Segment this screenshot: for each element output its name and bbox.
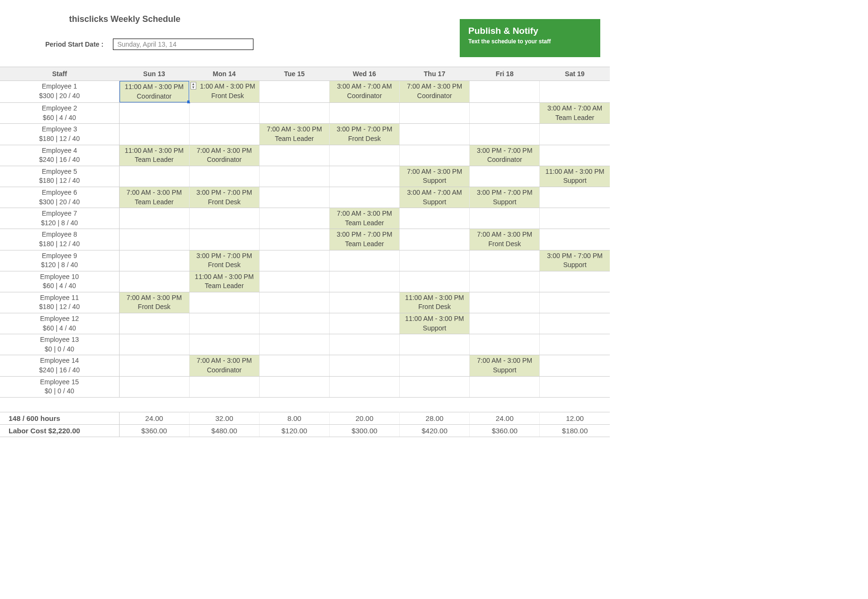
schedule-cell[interactable]: 3:00 PM - 7:00 PMTeam Leader [329,229,399,250]
schedule-cell[interactable]: ▲▼1:00 AM - 3:00 PMFront Desk [189,81,259,103]
schedule-cell[interactable] [119,166,189,187]
schedule-cell[interactable] [470,81,540,103]
publish-notify-button[interactable]: Publish & Notify Text the schedule to yo… [460,19,600,57]
schedule-cell[interactable] [259,103,329,124]
schedule-cell[interactable]: 11:00 AM - 3:00 PMTeam Leader [189,271,259,292]
schedule-cell[interactable] [119,229,189,250]
shift-block[interactable]: 7:00 AM - 3:00 PMTeam Leader [260,124,329,144]
shift-block[interactable]: 3:00 PM - 7:00 PMFront Desk [190,250,259,271]
shift-block[interactable]: 7:00 AM - 3:00 PMSupport [400,166,469,187]
schedule-cell[interactable] [189,313,259,334]
schedule-cell[interactable] [259,208,329,229]
schedule-cell[interactable] [540,124,610,145]
schedule-cell[interactable] [540,271,610,292]
schedule-cell[interactable]: 3:00 AM - 7:00 AMTeam Leader [540,103,610,124]
schedule-cell[interactable] [329,187,399,208]
schedule-cell[interactable] [540,187,610,208]
schedule-cell[interactable] [400,271,470,292]
schedule-cell[interactable]: 11:00 AM - 3:00 PMSupport [400,313,470,334]
schedule-cell[interactable] [470,166,540,187]
shift-block[interactable]: 3:00 PM - 7:00 PMFront Desk [330,124,399,144]
schedule-cell[interactable]: 3:00 PM - 7:00 PMFront Desk [189,187,259,208]
schedule-cell[interactable] [259,187,329,208]
schedule-cell[interactable] [400,124,470,145]
schedule-cell[interactable] [329,145,399,166]
schedule-cell[interactable] [119,103,189,124]
shift-block[interactable]: 11:00 AM - 3:00 PMFront Desk [400,292,469,313]
schedule-cell[interactable] [119,124,189,145]
period-start-input[interactable] [113,39,253,50]
schedule-cell[interactable] [329,313,399,334]
shift-block[interactable]: 1:00 AM - 3:00 PMFront Desk [190,81,259,102]
shift-block[interactable]: 7:00 AM - 3:00 PMFront Desk [120,292,189,313]
schedule-cell[interactable] [259,376,329,397]
shift-block[interactable]: 7:00 AM - 3:00 PMCoordinator [190,355,259,376]
shift-block[interactable]: 7:00 AM - 3:00 PMTeam Leader [120,187,189,208]
schedule-cell[interactable] [329,250,399,271]
schedule-cell[interactable] [189,334,259,355]
schedule-cell[interactable]: 11:00 AM - 3:00 PMTeam Leader [119,145,189,166]
shift-block[interactable]: 3:00 PM - 7:00 PMSupport [540,250,610,271]
schedule-cell[interactable] [540,334,610,355]
schedule-cell[interactable] [329,334,399,355]
schedule-cell[interactable]: 3:00 AM - 7:00 AMSupport [400,187,470,208]
schedule-cell[interactable] [329,271,399,292]
schedule-cell[interactable] [189,229,259,250]
schedule-cell[interactable] [189,208,259,229]
schedule-cell[interactable] [329,355,399,376]
schedule-cell[interactable] [189,376,259,397]
schedule-cell[interactable] [119,334,189,355]
schedule-cell[interactable]: 11:00 AM - 3:00 PMSupport [540,166,610,187]
schedule-cell[interactable] [400,208,470,229]
schedule-cell[interactable] [119,250,189,271]
schedule-cell[interactable] [540,313,610,334]
schedule-cell[interactable] [470,376,540,397]
schedule-cell[interactable]: 3:00 PM - 7:00 PMFront Desk [329,124,399,145]
shift-block[interactable]: 11:00 AM - 3:00 PMTeam Leader [120,145,189,166]
schedule-cell[interactable] [400,355,470,376]
schedule-cell[interactable] [540,208,610,229]
schedule-cell[interactable] [400,145,470,166]
shift-block[interactable]: 3:00 PM - 7:00 PMCoordinator [470,145,539,166]
schedule-cell[interactable] [400,229,470,250]
schedule-cell[interactable] [540,376,610,397]
schedule-cell[interactable] [189,124,259,145]
schedule-cell[interactable] [400,250,470,271]
schedule-cell[interactable]: 7:00 AM - 3:00 PMTeam Leader [259,124,329,145]
schedule-cell[interactable] [470,124,540,145]
schedule-cell[interactable]: 7:00 AM - 3:00 PMTeam Leader [119,187,189,208]
schedule-cell[interactable] [470,271,540,292]
schedule-cell[interactable] [189,103,259,124]
schedule-cell[interactable] [540,292,610,313]
schedule-cell[interactable] [540,145,610,166]
shift-block[interactable]: 11:00 AM - 3:00 PMCoordinator [120,81,189,102]
schedule-cell[interactable] [400,334,470,355]
schedule-cell[interactable] [400,103,470,124]
schedule-cell[interactable] [259,292,329,313]
shift-block[interactable]: 3:00 PM - 7:00 PMSupport [470,187,539,208]
schedule-cell[interactable] [259,145,329,166]
schedule-cell[interactable] [540,229,610,250]
schedule-cell[interactable]: 3:00 PM - 7:00 PMSupport [540,250,610,271]
schedule-cell[interactable] [470,103,540,124]
schedule-cell[interactable] [259,166,329,187]
schedule-cell[interactable] [470,334,540,355]
schedule-cell[interactable] [259,250,329,271]
shift-block[interactable]: 7:00 AM - 3:00 PMSupport [470,355,539,376]
schedule-cell[interactable] [259,229,329,250]
schedule-cell[interactable]: 7:00 AM - 3:00 PMSupport [400,166,470,187]
stepper-icon[interactable]: ▲▼ [191,82,196,90]
shift-block[interactable]: 7:00 AM - 3:00 PMCoordinator [190,145,259,166]
schedule-cell[interactable] [329,166,399,187]
schedule-cell[interactable] [119,313,189,334]
schedule-cell[interactable] [470,313,540,334]
shift-block[interactable]: 7:00 AM - 3:00 PMTeam Leader [330,208,399,229]
schedule-cell[interactable] [189,292,259,313]
schedule-cell[interactable] [400,376,470,397]
shift-block[interactable]: 3:00 PM - 7:00 PMFront Desk [190,187,259,208]
schedule-cell[interactable] [189,166,259,187]
shift-block[interactable]: 3:00 AM - 7:00 AMTeam Leader [540,103,610,123]
schedule-cell[interactable]: 3:00 PM - 7:00 PMCoordinator [470,145,540,166]
schedule-cell[interactable]: 11:00 AM - 3:00 PMCoordinator [119,81,189,103]
schedule-cell[interactable] [329,103,399,124]
